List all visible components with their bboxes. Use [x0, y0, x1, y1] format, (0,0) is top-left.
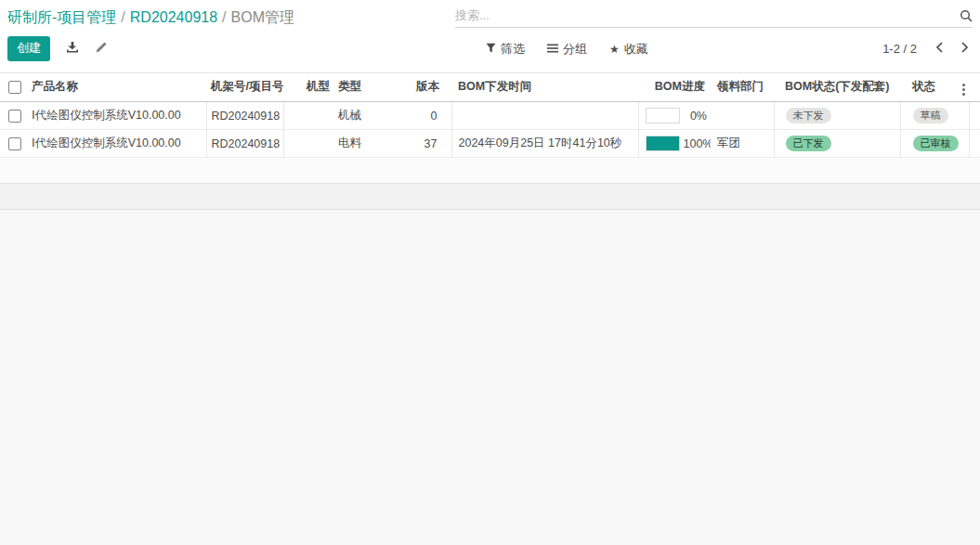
- column-header-version[interactable]: 版本: [412, 73, 451, 102]
- breadcrumb-link-record[interactable]: RD20240918: [130, 9, 217, 25]
- chevron-left-icon: [935, 42, 944, 56]
- kebab-vertical-dots-icon: [962, 84, 965, 96]
- page-background: [0, 210, 980, 523]
- bom-table: 产品名称 机架号/项目号 机型 类型 版本 BOM下发时间 BOM进度 领料部门…: [0, 73, 980, 158]
- cell-time[interactable]: [451, 102, 638, 130]
- create-button[interactable]: 创建: [7, 36, 50, 61]
- column-header-type[interactable]: 类型: [331, 73, 412, 102]
- group-by-label: 分组: [563, 41, 587, 58]
- column-header-bom-status[interactable]: BOM状态(下发配套): [774, 73, 900, 102]
- cell-project[interactable]: RD20240918: [206, 130, 283, 158]
- breadcrumb: 研制所-项目管理/RD20240918/BOM管理: [7, 7, 294, 27]
- cell-time[interactable]: 2024年09月25日 17时41分10秒: [451, 130, 638, 158]
- table-row[interactable]: Ⅰ代绘图仪控制系统V10.00.00 RD20240918 机械 0 0% 未下…: [0, 102, 980, 130]
- pencil-icon: [95, 41, 108, 57]
- row-checkbox[interactable]: [8, 137, 21, 150]
- row-checkbox[interactable]: [8, 110, 21, 123]
- search-filter-bar: 筛选 分组 ★ 收藏: [486, 32, 648, 66]
- breadcrumb-current-page: BOM管理: [231, 9, 294, 25]
- group-bars-icon: [547, 42, 558, 56]
- favorites-label: 收藏: [624, 41, 648, 58]
- column-header-time[interactable]: BOM下发时间: [451, 73, 638, 102]
- cell-version[interactable]: 37: [412, 130, 451, 158]
- breadcrumb-link-project-mgmt[interactable]: 研制所-项目管理: [7, 9, 116, 25]
- cell-progress[interactable]: 100%: [638, 130, 711, 158]
- column-header-dept[interactable]: 领料部门: [711, 73, 774, 102]
- cell-progress[interactable]: 0%: [638, 102, 711, 130]
- progress-percent: 0%: [686, 110, 707, 123]
- table-header-row: 产品名称 机架号/项目号 机型 类型 版本 BOM下发时间 BOM进度 领料部门…: [0, 73, 980, 102]
- pager-next-button[interactable]: [957, 40, 973, 58]
- column-header-status[interactable]: 状态: [900, 73, 969, 102]
- column-header-model[interactable]: 机型: [283, 73, 331, 102]
- table-footer-band: [0, 184, 980, 210]
- export-download-button[interactable]: [62, 39, 83, 58]
- status-badge: 未下发: [786, 108, 831, 123]
- select-all-checkbox[interactable]: [8, 81, 21, 94]
- cell-project[interactable]: RD20240918: [206, 102, 283, 130]
- breadcrumb-separator: /: [121, 9, 124, 25]
- cell-model[interactable]: [283, 130, 331, 158]
- cell-product[interactable]: Ⅰ代绘图仪控制系统V10.00.00: [30, 130, 206, 158]
- filters-button[interactable]: 筛选: [486, 41, 525, 58]
- cell-type[interactable]: 机械: [331, 102, 412, 130]
- search-bar: [455, 8, 973, 28]
- edit-button[interactable]: [91, 39, 111, 58]
- search-input[interactable]: [455, 8, 954, 22]
- column-header-progress[interactable]: BOM进度: [638, 73, 711, 102]
- bom-list-view: 产品名称 机架号/项目号 机型 类型 版本 BOM下发时间 BOM进度 领料部门…: [0, 73, 980, 210]
- pager: 1-2 / 2: [882, 32, 973, 66]
- pager-range: 1-2 / 2: [882, 42, 917, 56]
- group-by-button[interactable]: 分组: [547, 41, 587, 58]
- status-badge: 已下发: [786, 136, 831, 151]
- filters-label: 筛选: [501, 41, 525, 58]
- filter-funnel-icon: [486, 42, 496, 56]
- cell-dept[interactable]: 军团: [711, 130, 774, 158]
- table-empty-area: [0, 158, 980, 184]
- cell-status[interactable]: 草稿: [900, 102, 969, 130]
- column-header-project[interactable]: 机架号/项目号: [206, 73, 283, 102]
- progress-bar: [646, 108, 680, 123]
- table-row[interactable]: Ⅰ代绘图仪控制系统V10.00.00 RD20240918 电料 37 2024…: [0, 130, 980, 158]
- control-panel: 研制所-项目管理/RD20240918/BOM管理 创建: [0, 0, 980, 73]
- cell-version[interactable]: 0: [412, 102, 451, 130]
- cell-product[interactable]: Ⅰ代绘图仪控制系统V10.00.00: [30, 102, 206, 130]
- cell-bom-status[interactable]: 未下发: [774, 102, 900, 130]
- column-header-product[interactable]: 产品名称: [30, 73, 206, 102]
- cell-status[interactable]: 已审核: [900, 130, 969, 158]
- cell-model[interactable]: [283, 102, 331, 130]
- chevron-right-icon: [960, 42, 969, 56]
- star-icon: ★: [609, 44, 620, 55]
- search-icon[interactable]: [960, 9, 973, 22]
- progress-percent: 100%: [680, 137, 712, 150]
- cell-dept[interactable]: [711, 102, 774, 130]
- cell-bom-status[interactable]: 已下发: [774, 130, 900, 158]
- progress-bar: [646, 136, 680, 151]
- status-badge: 草稿: [913, 108, 948, 123]
- cell-type[interactable]: 电料: [331, 130, 412, 158]
- favorites-button[interactable]: ★ 收藏: [609, 41, 648, 58]
- download-icon: [66, 41, 79, 57]
- status-badge: 已审核: [913, 136, 959, 151]
- pager-previous-button[interactable]: [932, 40, 947, 58]
- breadcrumb-separator: /: [222, 9, 226, 25]
- optional-columns-toggle-button[interactable]: [960, 82, 967, 97]
